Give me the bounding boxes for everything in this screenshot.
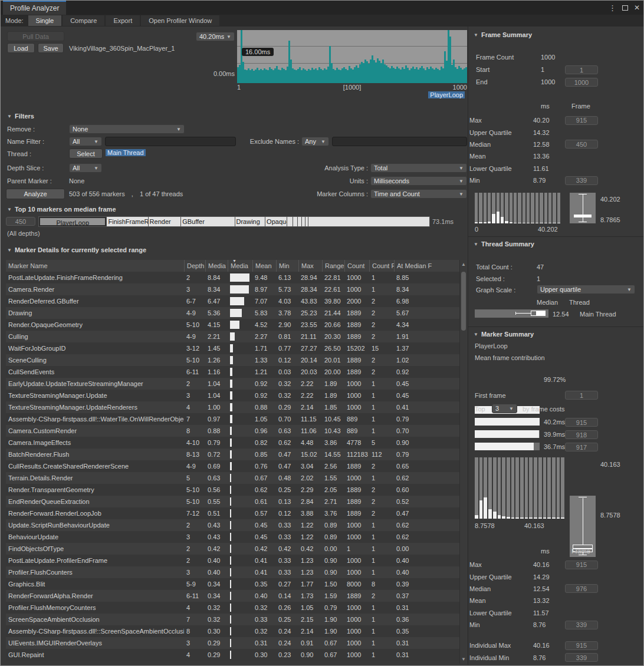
thread-range-graph[interactable] — [475, 309, 548, 318]
range-scale-dropdown[interactable]: 40.20ms▼ — [196, 32, 235, 41]
mode-compare-button[interactable]: Compare — [63, 15, 104, 26]
cost-frame-button[interactable]: 917 — [565, 443, 598, 451]
frame-summary-header[interactable]: ▼Frame Summary — [474, 31, 532, 38]
open-profiler-window-button[interactable]: Open Profiler Window — [141, 15, 219, 26]
mode-export-button[interactable]: Export — [106, 15, 140, 26]
pull-data-button[interactable]: Pull Data — [7, 31, 64, 41]
table-row[interactable]: RenderForward.RenderLoopJob7-120.510.570… — [6, 507, 459, 519]
table-row[interactable]: Render.TransparentGeometry5-100.560.620.… — [6, 484, 459, 496]
table-row[interactable]: Drawing4-95.365.833.7825.2321.44188925.6… — [6, 307, 459, 319]
end-frame-button[interactable]: 1000 — [565, 78, 598, 87]
table-row[interactable]: PostLateUpdate.ProfilerEndFrame20.400.41… — [6, 555, 459, 566]
table-row[interactable]: ScreenSpaceAmbientOcclusion70.320.330.25… — [6, 614, 459, 625]
analysis-type-dropdown[interactable]: Total▼ — [370, 163, 467, 173]
table-row[interactable]: FindObjectsOfType20.420.420.420.420.0011… — [6, 543, 459, 555]
stat-frame-button[interactable]: 915 — [565, 641, 598, 650]
close-icon[interactable]: ✕ — [634, 4, 640, 12]
top10-segment[interactable]: GBuffer — [180, 217, 234, 226]
exclude-mode-dropdown[interactable]: Any▼ — [301, 137, 329, 146]
table-row[interactable]: RenderForwardAlpha.Render6-110.340.400.1… — [6, 590, 459, 602]
graph-scale-dropdown[interactable]: Upper quartile▼ — [537, 285, 635, 294]
analyze-button[interactable]: Analyze — [6, 189, 65, 199]
mode-single-button[interactable]: Single — [28, 15, 62, 26]
top-n-dropdown[interactable]: 3▼ — [492, 404, 517, 413]
table-row[interactable]: Graphics.Blit5-90.340.350.271.771.508000… — [6, 578, 459, 590]
table-row[interactable]: GUI.Repaint40.290.300.230.900.67100010.3… — [6, 649, 459, 661]
stat-frame-button[interactable]: 339 — [565, 621, 598, 629]
column-header[interactable]: Max — [298, 260, 322, 272]
table-row[interactable]: Camera.Render38.348.975.7328.3422.611000… — [6, 283, 459, 295]
kebab-menu-icon[interactable]: ⋮ — [609, 4, 616, 12]
table-row[interactable]: EarlyUpdate.UpdateTextureStreamingManage… — [6, 378, 459, 390]
table-row[interactable]: Camera.ImageEffects4-100.790.820.624.483… — [6, 437, 459, 449]
tab-profile-analyzer[interactable]: Profile Analyzer — [3, 1, 66, 15]
top10-segment[interactable]: PlayerLoop — [39, 217, 106, 226]
table-row[interactable]: SceneCulling5-101.261.330.1220.1420.0118… — [6, 354, 459, 366]
table-row[interactable]: CullSendEvents6-111.161.210.0320.0320.00… — [6, 366, 459, 378]
start-frame-button[interactable]: 1 — [565, 65, 598, 74]
name-filter-mode-dropdown[interactable]: All▼ — [69, 137, 102, 146]
column-header[interactable]: Min — [276, 260, 298, 272]
table-row[interactable]: TextureStreamingManager.UpdateRenderers4… — [6, 401, 459, 413]
table-row[interactable]: BehaviourUpdate30.430.450.331.220.891000… — [6, 531, 459, 543]
column-header[interactable]: Mean — [252, 260, 276, 272]
column-header[interactable]: Count Fra — [369, 260, 394, 272]
top10-frame-button[interactable]: 450 — [6, 217, 35, 226]
table-row[interactable]: Terrain.Details.Render50.630.670.482.021… — [6, 472, 459, 484]
table-row[interactable]: Assembly-CSharp-firstpass.dll!::ScreenSp… — [6, 625, 459, 637]
exclude-names-input[interactable] — [332, 137, 467, 146]
marker-summary-header[interactable]: ▼Marker Summary — [474, 331, 534, 338]
table-row[interactable]: TextureStreamingManager.Update31.040.920… — [6, 390, 459, 401]
table-row[interactable]: RenderDeferred.GBuffer6-76.477.074.0343.… — [6, 295, 459, 307]
thread-select-button[interactable]: Select — [69, 149, 103, 159]
selected-marker-chip[interactable]: PlayerLoop — [428, 91, 465, 98]
units-dropdown[interactable]: Milliseconds▼ — [370, 176, 467, 186]
save-button[interactable]: Save — [38, 43, 64, 53]
top10-segment[interactable]: Drawing — [235, 217, 265, 226]
remove-dropdown[interactable]: None▼ — [69, 124, 185, 134]
frame-timeline-chart[interactable]: 16.00ms — [237, 30, 467, 83]
maximize-icon[interactable] — [622, 5, 628, 11]
top10-segment[interactable] — [287, 217, 293, 226]
table-row[interactable]: Update.ScriptRunBehaviourUpdate20.430.45… — [6, 519, 459, 531]
table-row[interactable]: PostLateUpdate.FinishFrameRendering28.84… — [6, 272, 459, 283]
top10-segment[interactable] — [308, 217, 429, 226]
stat-frame-button[interactable]: 915 — [565, 116, 598, 125]
thread-summary-header[interactable]: ▼Thread Summary — [474, 240, 534, 248]
thread-value-chip[interactable]: Main Thread — [106, 149, 146, 156]
name-filter-input[interactable] — [105, 137, 236, 146]
table-row[interactable]: Assembly-CSharp-firstpass.dll!::WaterTil… — [6, 413, 459, 425]
marker-columns-dropdown[interactable]: Time and Count▼ — [370, 189, 467, 199]
stat-frame-button[interactable]: 339 — [565, 653, 598, 662]
depth-slice-dropdown[interactable]: All▼ — [69, 163, 102, 173]
top10-segment[interactable] — [293, 217, 297, 226]
column-header[interactable]: Range — [322, 260, 344, 272]
top10-segment[interactable]: FinishFrameRendering — [106, 217, 147, 226]
load-button[interactable]: Load — [7, 43, 35, 53]
stat-frame-button[interactable]: 976 — [565, 584, 598, 593]
stat-frame-button[interactable]: 339 — [565, 176, 598, 185]
top10-section-header[interactable]: ▼Top 10 markers on median frame — [7, 206, 116, 213]
scroll-up-icon[interactable]: ▲ — [460, 262, 467, 267]
table-row[interactable]: WaitForJobGroupID3-121.451.710.7727.2726… — [6, 342, 459, 354]
filters-section-header[interactable]: ▼Filters — [7, 113, 34, 120]
table-row[interactable]: EndRenderQueueExtraction5-100.550.610.13… — [6, 496, 459, 507]
column-header[interactable]: Depth — [184, 260, 205, 272]
top10-segment[interactable]: OpaqueGeometry — [265, 217, 287, 226]
table-row[interactable]: Profiler.FlushMemoryCounters40.320.320.2… — [6, 602, 459, 614]
column-header[interactable]: Marker Name — [6, 260, 184, 272]
stat-frame-button[interactable]: 450 — [565, 140, 598, 149]
table-row[interactable]: Culling4-92.212.270.8121.1120.30188921.9… — [6, 331, 459, 342]
marker-details-section-header[interactable]: ▼Marker Details for currently selected r… — [7, 246, 146, 253]
cost-frame-button[interactable]: 915 — [565, 418, 598, 427]
column-header[interactable]: At Median F — [394, 260, 459, 272]
table-row[interactable]: Profiler.FlushCounters30.400.410.331.230… — [6, 566, 459, 578]
column-header[interactable]: Media — [228, 260, 252, 272]
table-row[interactable]: UIEvents.IMGUIRenderOverlays30.290.310.2… — [6, 637, 459, 649]
table-row[interactable]: BatchRenderer.Flush8-130.720.850.4715.02… — [6, 449, 459, 460]
marker-table-scrollbar[interactable]: ▲ ▼ — [459, 260, 467, 664]
table-row[interactable]: Camera.CustomRender80.880.960.6311.0610.… — [6, 425, 459, 437]
first-frame-button[interactable]: 1 — [565, 391, 598, 400]
stat-frame-button[interactable]: 915 — [565, 561, 598, 569]
table-row[interactable]: CullResults.CreateSharedRendererScene4-9… — [6, 460, 459, 472]
